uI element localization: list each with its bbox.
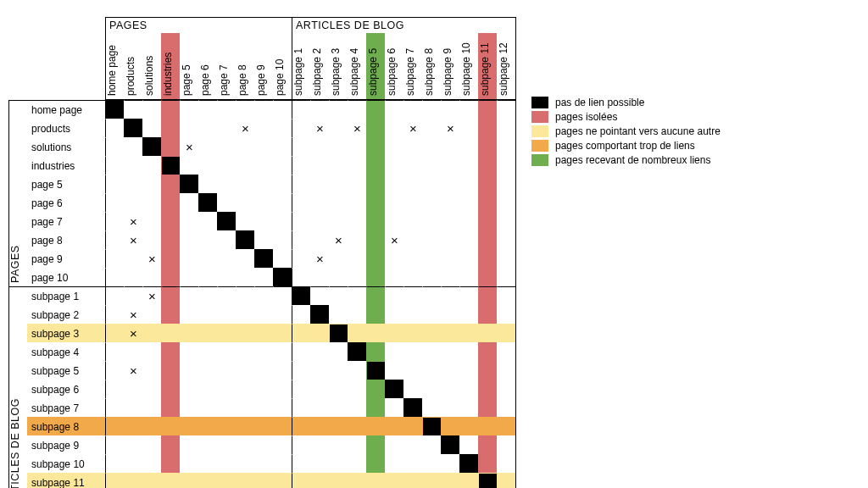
matrix-cell (478, 417, 497, 435)
row-labels: home pageproductssolutionsindustriespage… (27, 100, 105, 488)
matrix-cell (236, 212, 254, 230)
matrix-cell (236, 324, 254, 342)
matrix-cell (441, 305, 459, 324)
matrix-cell (105, 473, 124, 488)
matrix-cell (105, 249, 124, 268)
matrix-cell (422, 454, 441, 473)
column-label: subpage 12 (498, 42, 509, 96)
matrix-cell (105, 268, 124, 286)
row-label: subpage 4 (27, 342, 105, 361)
matrix-cell (142, 212, 161, 230)
column-label: page 10 (274, 59, 286, 96)
matrix-cell (105, 212, 124, 230)
matrix-cell (310, 473, 329, 488)
legend-swatch-red (531, 111, 548, 123)
matrix-cell (254, 324, 273, 342)
matrix-cell (124, 435, 142, 454)
matrix-cell (217, 342, 236, 361)
matrix-cell (161, 249, 180, 268)
matrix-cell (292, 454, 310, 473)
matrix-cell (273, 137, 292, 156)
matrix-cell (441, 286, 459, 305)
matrix-cell (161, 380, 180, 398)
matrix-cell (459, 249, 478, 268)
row-label: subpage 11 (27, 473, 105, 488)
matrix-cell (180, 361, 198, 380)
matrix-cell (403, 100, 422, 119)
matrix-cell (124, 361, 142, 380)
row-label: subpage 9 (27, 435, 105, 454)
matrix-cell (273, 361, 292, 380)
matrix-cell (105, 342, 124, 361)
matrix-cell (459, 175, 478, 193)
matrix-cell (422, 156, 441, 175)
matrix-cell (366, 435, 385, 454)
matrix-cell (124, 380, 142, 398)
matrix-cell (198, 324, 217, 342)
matrix-cell (198, 100, 217, 119)
matrix-cell (329, 230, 348, 249)
matrix-cell (422, 119, 441, 137)
matrix-cell (459, 100, 478, 119)
matrix-cell (403, 249, 422, 268)
matrix-cell (478, 435, 497, 454)
matrix-cell (366, 473, 385, 488)
matrix-cell (217, 212, 236, 230)
matrix-cell (385, 417, 403, 435)
matrix-cell (161, 268, 180, 286)
matrix-cell (459, 435, 478, 454)
matrix-cell (217, 268, 236, 286)
matrix-cell (198, 137, 217, 156)
link-matrix: PAGESARTICLES DE BLOG home pageproductss… (8, 17, 516, 488)
matrix-cell (124, 473, 142, 488)
matrix-cell (105, 193, 124, 212)
matrix-cell (236, 305, 254, 324)
matrix-cell (459, 286, 478, 305)
matrix-cell (385, 193, 403, 212)
matrix-cell (403, 435, 422, 454)
matrix-cell (180, 249, 198, 268)
row-label: solutions (27, 137, 105, 156)
matrix-cell (124, 268, 142, 286)
matrix-cell (273, 249, 292, 268)
column-group-blog: ARTICLES DE BLOG (292, 18, 515, 33)
matrix-cell (478, 286, 497, 305)
matrix-cell (310, 193, 329, 212)
matrix-cell (403, 286, 422, 305)
matrix-body (105, 100, 516, 488)
matrix-cell (403, 361, 422, 380)
matrix-cell (105, 435, 124, 454)
matrix-cell (422, 137, 441, 156)
matrix-cell (348, 193, 366, 212)
matrix-cell (329, 361, 348, 380)
matrix-cell (403, 454, 422, 473)
row-label: page 5 (27, 175, 105, 193)
legend-label: pages ne pointant vers aucune autre (555, 125, 721, 137)
matrix-cell (459, 454, 478, 473)
matrix-cell (273, 324, 292, 342)
matrix-cell (180, 137, 198, 156)
matrix-cell (105, 175, 124, 193)
matrix-cell (329, 417, 348, 435)
matrix-cell (161, 230, 180, 249)
matrix-cell (497, 137, 515, 156)
matrix-cell (385, 268, 403, 286)
matrix-cell (105, 137, 124, 156)
matrix-cell (459, 137, 478, 156)
matrix-cell (142, 361, 161, 380)
matrix-cell (329, 268, 348, 286)
matrix-cell (161, 324, 180, 342)
matrix-cell (217, 137, 236, 156)
matrix-cell (236, 417, 254, 435)
matrix-cell (142, 193, 161, 212)
column-label: home page (106, 45, 118, 96)
matrix-cell (348, 398, 366, 417)
matrix-cell (422, 193, 441, 212)
matrix-cell (497, 268, 515, 286)
column-label: subpage 5 (367, 48, 379, 96)
column-group-pages: PAGES (105, 18, 292, 33)
matrix-cell (310, 156, 329, 175)
matrix-cell (292, 119, 310, 137)
matrix-cell (329, 380, 348, 398)
matrix-cell (403, 230, 422, 249)
